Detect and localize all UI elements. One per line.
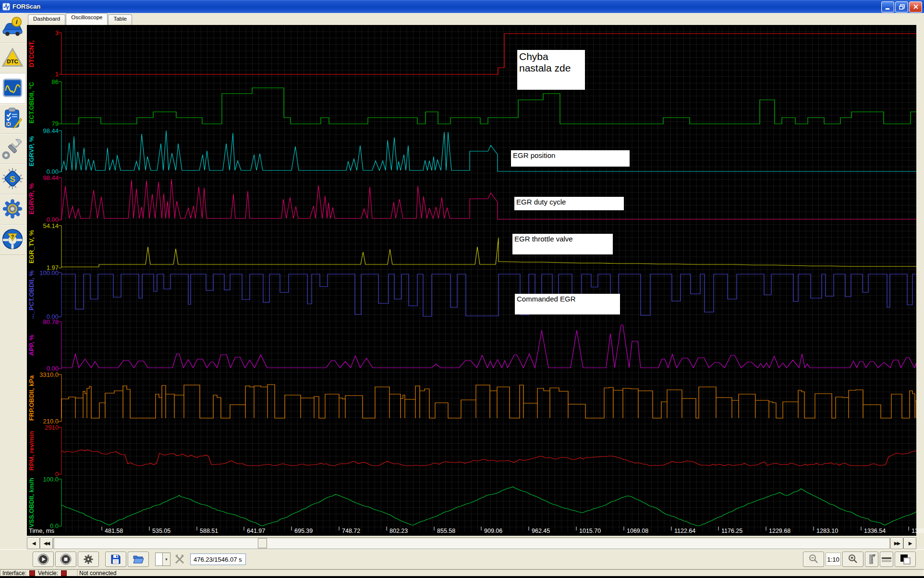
annotation-note: EGR duty cycle: [514, 197, 624, 210]
tab-dashboard[interactable]: Dashboard: [28, 14, 65, 25]
zoom-ratio-label: 1:10: [826, 553, 841, 566]
scroll-far-left-button[interactable]: ◀◀: [40, 537, 53, 549]
dtc-icon: DTC: [1, 47, 24, 71]
programming-icon: S: [1, 168, 24, 192]
sidebar-item-oscilloscope[interactable]: [0, 73, 25, 104]
time-tick-label: 802.23: [389, 528, 408, 534]
tab-oscilloscope[interactable]: Oscilloscope: [66, 13, 108, 25]
annotation-note: Chyba nastala zde: [517, 50, 585, 90]
time-tick-label: 1176.25: [721, 528, 742, 534]
oscilloscope-icon: [1, 77, 24, 101]
annotation-note: EGR throttle valve: [512, 234, 613, 254]
minimize-button[interactable]: [881, 1, 894, 12]
sidebar-item-tests[interactable]: [0, 104, 25, 134]
tab-table[interactable]: Table: [108, 14, 132, 25]
time-tick-label: 1122.64: [674, 528, 695, 534]
sidebar-item-settings[interactable]: [0, 194, 25, 225]
time-tick-label: 855.58: [437, 528, 455, 534]
time-tick-label: 1229.68: [769, 528, 790, 534]
scroll-left-button[interactable]: ◀: [27, 537, 40, 549]
forscan-window: FORScan DashboardOscilloscopeTable iDTCS…: [0, 0, 924, 578]
sidebar-item-help[interactable]: ?: [0, 225, 25, 255]
interface-label: Interface:: [2, 570, 26, 577]
service-icon: [1, 137, 24, 161]
channel-axis-bracket: [59, 374, 61, 421]
time-tick-label: 1069.08: [627, 528, 648, 534]
vehicle-label: Vehicle:: [38, 570, 58, 577]
channel-axis-bracket: [59, 322, 61, 369]
time-tick-label: 1336.54: [864, 528, 886, 534]
settings-icon: [1, 198, 24, 222]
status-message-panel: Not connected: [77, 569, 924, 577]
time-axis-label: Time, ms: [29, 527, 54, 534]
channel-axis-bracket: [59, 178, 61, 220]
time-tick-label: 641.97: [247, 528, 265, 534]
background-color-button[interactable]: [895, 552, 916, 567]
time-tick-label: 481.58: [105, 528, 123, 534]
channel-axis-bracket: [59, 131, 61, 172]
close-button[interactable]: [909, 1, 922, 12]
sidebar-item-dtc[interactable]: DTC: [0, 43, 25, 73]
channel-axis-bracket: [59, 82, 61, 124]
app-icon: [2, 2, 11, 11]
scope-settings-button[interactable]: [78, 552, 99, 567]
time-tick-label: 1283.10: [816, 528, 838, 534]
grid: [61, 27, 916, 532]
time-tick-label: 588.51: [200, 528, 218, 534]
tab-bar: DashboardOscilloscopeTable: [28, 14, 133, 25]
svg-text:DTC: DTC: [7, 59, 18, 64]
channel-select-dropdown[interactable]: ▼: [155, 553, 170, 566]
restore-button[interactable]: [895, 1, 908, 12]
channel-axis-bracket: [59, 479, 61, 526]
time-tick-label: 695.39: [294, 528, 313, 534]
time-tick-label: 962.45: [532, 528, 550, 534]
open-button[interactable]: [128, 552, 149, 567]
time-tick-label: 748.72: [342, 528, 360, 534]
ruler-button[interactable]: [865, 552, 878, 567]
svg-text:i: i: [16, 18, 18, 25]
time-tick-label: 909.06: [484, 528, 502, 534]
oscilloscope-view: DTCCNT,31ECT.OBDII, °C8679EGRVP, %98.440…: [27, 25, 916, 536]
help-icon: ?: [1, 228, 24, 252]
tests-icon: [1, 107, 24, 131]
status-bar: Interface: Vehicle: Not connected: [0, 569, 924, 577]
vehicle-info-icon: i: [1, 16, 24, 40]
scroll-far-right-button[interactable]: ▶▶: [890, 537, 903, 549]
chevron-down-icon[interactable]: ▼: [162, 553, 170, 566]
sidebar: iDTCS?: [0, 13, 25, 568]
annotation-note: EGR position: [511, 150, 630, 167]
sidebar-item-service[interactable]: [0, 134, 25, 164]
toolbar: ▼ 476.23/1546.07 s 1:10: [0, 549, 924, 569]
zoom-out-button[interactable]: [803, 552, 824, 567]
scroll-right-button[interactable]: ▶: [903, 537, 916, 549]
status-message: Not connected: [79, 570, 116, 577]
stop-button[interactable]: [55, 552, 76, 567]
title-bar: FORScan: [0, 0, 924, 13]
svg-text:?: ?: [11, 234, 14, 240]
clear-button[interactable]: [173, 552, 186, 566]
line-width-button[interactable]: [880, 552, 893, 567]
time-tick-label: 1389.97: [912, 528, 924, 534]
time-tick-label: 1015.70: [579, 528, 601, 534]
channel-axis-bracket: [59, 33, 61, 74]
vehicle-status-led: [61, 570, 67, 576]
save-button[interactable]: [105, 552, 126, 567]
connection-status-panel: Interface: Vehicle:: [0, 569, 77, 577]
scrollbar-thumb[interactable]: [258, 538, 267, 548]
sidebar-item-programming[interactable]: S: [0, 164, 25, 194]
play-button[interactable]: [33, 552, 54, 567]
bottom-edge: [0, 576, 924, 578]
time-tick-label: 535.05: [152, 528, 170, 534]
interface-status-led: [29, 570, 35, 576]
window-title: FORScan: [12, 3, 41, 10]
scrollbar-track[interactable]: [53, 537, 890, 549]
channel-axis-bracket: [59, 273, 61, 317]
sidebar-item-vehicle-info[interactable]: i: [0, 13, 25, 43]
position-display[interactable]: 476.23/1546.07 s: [190, 554, 246, 565]
svg-text:S: S: [10, 174, 15, 183]
horizontal-scrollbar: ◀ ◀◀ ▶▶ ▶: [27, 537, 916, 549]
channel-axis-bracket: [59, 427, 61, 474]
annotation-note: Commanded EGR: [515, 294, 620, 314]
channel-axis-bracket: [59, 226, 61, 268]
zoom-in-button[interactable]: [842, 552, 863, 567]
